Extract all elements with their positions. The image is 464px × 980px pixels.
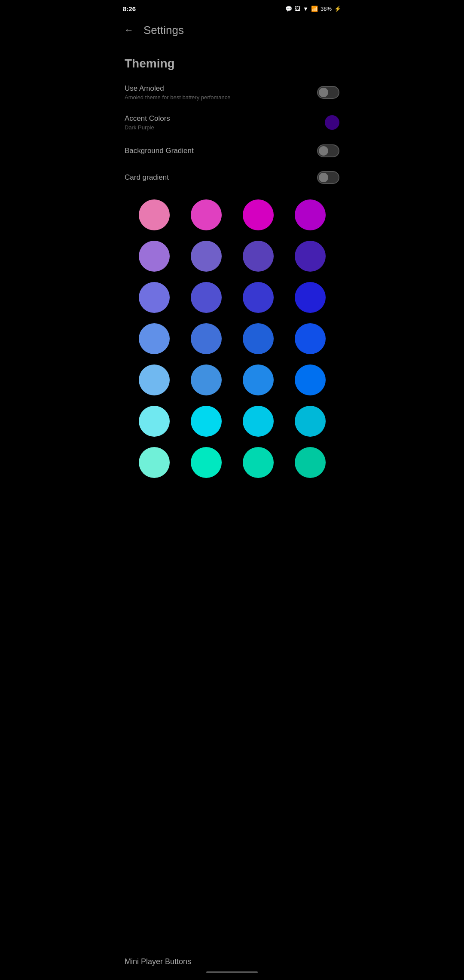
theming-title: Theming — [125, 57, 175, 70]
battery-text: 38% — [321, 6, 332, 12]
color-circle-17[interactable] — [191, 364, 222, 395]
color-circle-7[interactable] — [295, 241, 326, 272]
theming-section-header: Theming — [116, 46, 348, 77]
use-amoled-setting[interactable]: Use Amoled Amoled theme for best battery… — [116, 77, 348, 107]
accent-colors-label: Accent Colors — [125, 114, 325, 123]
background-gradient-label: Background Gradient — [125, 147, 317, 155]
color-circle-1[interactable] — [191, 199, 222, 230]
status-time: 8:26 — [123, 5, 136, 12]
page-title: Settings — [143, 24, 184, 37]
color-circle-20[interactable] — [139, 406, 170, 437]
color-circle-8[interactable] — [139, 282, 170, 313]
color-circle-14[interactable] — [243, 323, 274, 354]
color-circle-2[interactable] — [243, 199, 274, 230]
card-gradient-text: Card gradient — [125, 173, 317, 182]
accent-colors-setting[interactable]: Accent Colors Dark Purple — [116, 107, 348, 138]
card-gradient-toggle[interactable] — [317, 171, 339, 184]
accent-colors-sublabel: Dark Purple — [125, 124, 325, 131]
background-gradient-toggle[interactable] — [317, 144, 339, 157]
wifi-icon: ▼ — [303, 6, 308, 12]
color-circle-25[interactable] — [191, 447, 222, 478]
color-circle-26[interactable] — [243, 447, 274, 478]
color-circle-21[interactable] — [191, 406, 222, 437]
color-circle-5[interactable] — [191, 241, 222, 272]
color-grid — [116, 191, 348, 487]
color-circle-10[interactable] — [243, 282, 274, 313]
color-circle-23[interactable] — [295, 406, 326, 437]
color-circle-11[interactable] — [295, 282, 326, 313]
background-gradient-text: Background Gradient — [125, 147, 317, 155]
toolbar: ← Settings — [116, 17, 348, 46]
use-amoled-label: Use Amoled — [125, 84, 317, 93]
whatsapp-icon: 💬 — [285, 6, 292, 12]
signal-icon: 📶 — [311, 6, 318, 12]
background-gradient-setting[interactable]: Background Gradient — [116, 138, 348, 164]
color-circle-16[interactable] — [139, 364, 170, 395]
battery-icon: ⚡ — [334, 6, 341, 12]
status-bar: 8:26 💬 🖼 ▼ 📶 38% ⚡ — [116, 0, 348, 17]
color-circle-24[interactable] — [139, 447, 170, 478]
image-icon: 🖼 — [295, 6, 300, 12]
accent-color-dot[interactable] — [325, 115, 339, 130]
color-circle-22[interactable] — [243, 406, 274, 437]
color-circle-0[interactable] — [139, 199, 170, 230]
use-amoled-toggle[interactable] — [317, 86, 339, 99]
color-circle-6[interactable] — [243, 241, 274, 272]
color-circle-4[interactable] — [139, 241, 170, 272]
back-arrow-icon: ← — [124, 24, 134, 36]
color-circle-12[interactable] — [139, 323, 170, 354]
use-amoled-sublabel: Amoled theme for best battery perfomance — [125, 94, 317, 101]
back-button[interactable]: ← — [119, 21, 138, 40]
card-gradient-setting[interactable]: Card gradient — [116, 164, 348, 191]
color-circle-3[interactable] — [295, 199, 326, 230]
color-circle-27[interactable] — [295, 447, 326, 478]
color-circle-9[interactable] — [191, 282, 222, 313]
use-amoled-text: Use Amoled Amoled theme for best battery… — [125, 84, 317, 101]
accent-colors-text: Accent Colors Dark Purple — [125, 114, 325, 131]
color-circle-13[interactable] — [191, 323, 222, 354]
color-circle-19[interactable] — [295, 364, 326, 395]
status-icons: 💬 🖼 ▼ 📶 38% ⚡ — [285, 6, 341, 12]
color-circle-18[interactable] — [243, 364, 274, 395]
color-circle-15[interactable] — [295, 323, 326, 354]
card-gradient-label: Card gradient — [125, 173, 317, 182]
